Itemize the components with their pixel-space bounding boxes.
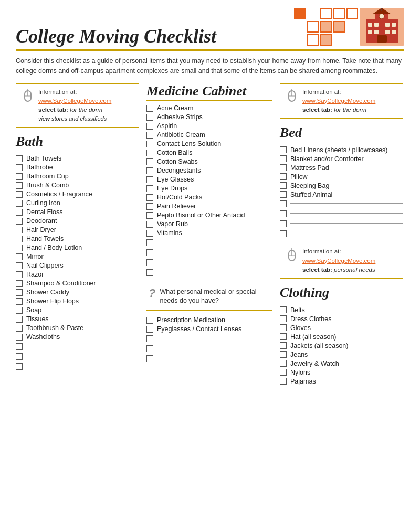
checkbox[interactable] xyxy=(16,164,23,171)
title-block: College Moving Checklist xyxy=(16,26,294,47)
checkbox[interactable] xyxy=(146,194,153,201)
checkbox[interactable] xyxy=(146,259,153,266)
checkbox[interactable] xyxy=(280,315,287,322)
checkbox[interactable] xyxy=(146,326,153,333)
checkbox[interactable] xyxy=(146,355,153,362)
item-label: Bath Towels xyxy=(26,155,61,162)
checkbox[interactable] xyxy=(16,236,23,242)
blank-item xyxy=(280,199,403,209)
checkbox[interactable] xyxy=(16,262,23,269)
blank-line xyxy=(290,213,403,214)
checkbox[interactable] xyxy=(146,203,153,210)
checkbox[interactable] xyxy=(280,191,287,198)
checkbox[interactable] xyxy=(146,335,153,342)
checkbox[interactable] xyxy=(16,280,23,287)
list-item: Contact Lens Solution xyxy=(146,140,272,148)
checkbox[interactable] xyxy=(280,333,287,340)
info-link-right-top[interactable]: www.SayCollegeMove.com xyxy=(302,97,375,105)
checkbox[interactable] xyxy=(16,334,23,341)
checkbox[interactable] xyxy=(16,343,23,350)
checkbox[interactable] xyxy=(16,316,23,323)
checkbox[interactable] xyxy=(146,249,153,256)
checkbox[interactable] xyxy=(16,218,23,225)
item-label: Eyeglasses / Contact Lenses xyxy=(157,325,242,333)
checkbox[interactable] xyxy=(280,351,287,358)
checkbox[interactable] xyxy=(16,271,23,278)
list-item: Pain Reliever xyxy=(146,202,272,211)
checkbox[interactable] xyxy=(16,209,23,216)
checkbox[interactable] xyxy=(146,345,153,352)
checkbox[interactable] xyxy=(280,378,287,385)
checkbox[interactable] xyxy=(146,185,153,192)
checkbox[interactable] xyxy=(16,253,23,260)
info-icon-left xyxy=(22,89,34,107)
checkbox[interactable] xyxy=(280,182,287,189)
info-link-left[interactable]: www.SayCollegeMove.com xyxy=(38,97,111,105)
item-label: Eye Drops xyxy=(157,185,187,192)
checkbox[interactable] xyxy=(280,210,287,217)
checkbox[interactable] xyxy=(280,220,287,227)
checkbox[interactable] xyxy=(146,105,153,112)
blank-line xyxy=(290,233,403,233)
item-label: Bathroom Cup xyxy=(26,173,69,180)
checkbox[interactable] xyxy=(16,227,23,233)
checkbox[interactable] xyxy=(146,239,153,246)
info-select-right-top: select tab: for the dorm xyxy=(302,105,375,114)
checkbox[interactable] xyxy=(16,200,23,207)
list-item: Shampoo & Conditioner xyxy=(16,279,139,288)
checkbox[interactable] xyxy=(16,307,23,314)
grid-cell-outline xyxy=(307,21,319,33)
checkbox[interactable] xyxy=(146,141,153,147)
checkbox[interactable] xyxy=(146,317,153,324)
list-item: Pillow xyxy=(280,172,403,181)
checkbox[interactable] xyxy=(146,167,153,174)
checkbox[interactable] xyxy=(280,369,287,376)
checkbox[interactable] xyxy=(146,132,153,139)
main-columns: Information at: www.SayCollegeMove.com s… xyxy=(16,83,404,386)
checkbox[interactable] xyxy=(146,269,153,276)
checkbox[interactable] xyxy=(280,173,287,180)
checkbox[interactable] xyxy=(280,146,287,153)
checkbox[interactable] xyxy=(16,289,23,296)
checkbox[interactable] xyxy=(16,155,23,162)
checkbox[interactable] xyxy=(146,230,153,237)
item-label: Dress Clothes xyxy=(290,315,332,323)
checkbox[interactable] xyxy=(16,245,23,251)
checkbox[interactable] xyxy=(280,155,287,162)
checkbox[interactable] xyxy=(280,200,287,207)
checkbox[interactable] xyxy=(146,158,153,165)
checkbox[interactable] xyxy=(146,150,153,156)
info-label-right-top: Information at: xyxy=(302,88,375,97)
checkbox[interactable] xyxy=(280,306,287,313)
checkbox[interactable] xyxy=(16,353,23,360)
clothing-checklist: Belts Dress Clothes Gloves Hat (all seas… xyxy=(280,305,403,386)
checkbox[interactable] xyxy=(280,164,287,171)
list-item: Gloves xyxy=(280,323,403,332)
checkbox[interactable] xyxy=(16,325,23,332)
mouse-icon-right-bottom xyxy=(286,248,298,264)
info-link-right-bottom[interactable]: www.SayCollegeMove.com xyxy=(302,257,375,266)
checkbox[interactable] xyxy=(280,324,287,331)
checkbox[interactable] xyxy=(16,173,23,180)
blank-item xyxy=(146,268,272,278)
checkbox[interactable] xyxy=(280,342,287,349)
checkbox[interactable] xyxy=(146,212,153,219)
checkbox[interactable] xyxy=(16,182,23,189)
checkbox[interactable] xyxy=(280,230,287,237)
grid-cell-outline xyxy=(320,8,332,19)
checkbox[interactable] xyxy=(280,360,287,367)
checkbox[interactable] xyxy=(16,363,23,370)
list-item: Bathrobe xyxy=(16,163,139,172)
checkbox[interactable] xyxy=(146,221,153,228)
item-label: Decongestants xyxy=(157,167,201,174)
checkbox[interactable] xyxy=(146,176,153,183)
grid-cell-empty xyxy=(294,34,306,46)
item-label: Jackets (all season) xyxy=(290,342,348,349)
list-item: Mirror xyxy=(16,252,139,261)
checkbox[interactable] xyxy=(146,123,153,130)
item-label: Adhesive Strips xyxy=(157,113,203,121)
svg-rect-5 xyxy=(374,23,379,27)
checkbox[interactable] xyxy=(16,298,23,305)
checkbox[interactable] xyxy=(146,114,153,121)
checkbox[interactable] xyxy=(16,191,23,198)
